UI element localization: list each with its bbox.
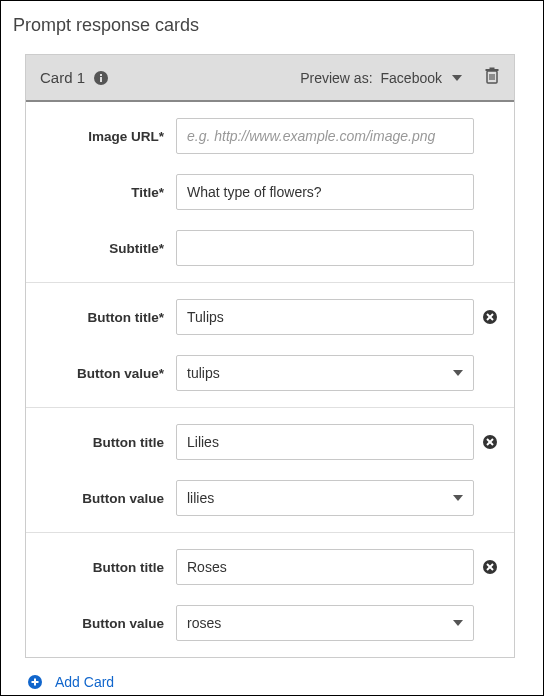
title-label: Title* — [26, 185, 176, 200]
info-icon[interactable] — [93, 70, 109, 86]
remove-button-icon[interactable] — [480, 309, 500, 325]
caret-down-icon — [453, 620, 463, 626]
svg-rect-2 — [100, 74, 102, 76]
add-card-button[interactable]: Add Card — [27, 674, 114, 690]
preview-as-value: Facebook — [381, 70, 442, 86]
button-section-1: Button title Button value lilies — [26, 407, 514, 532]
preview-as-select[interactable]: Facebook — [381, 70, 462, 86]
button-value-select[interactable]: roses — [176, 605, 474, 641]
caret-down-icon — [453, 495, 463, 501]
card-label: Card 1 — [40, 69, 85, 86]
button-title-input[interactable] — [176, 549, 474, 585]
remove-button-icon[interactable] — [480, 434, 500, 450]
button-value-select[interactable]: lilies — [176, 480, 474, 516]
subtitle-label: Subtitle* — [26, 241, 176, 256]
delete-card-button[interactable] — [484, 67, 500, 88]
button-value-label: Button value — [26, 616, 176, 631]
add-card-label: Add Card — [55, 674, 114, 690]
button-value-label: Button value — [26, 491, 176, 506]
svg-rect-5 — [490, 68, 495, 70]
button-value-text: roses — [187, 615, 221, 631]
card-container: Card 1 Preview as: Facebook Image URL* T… — [25, 54, 515, 658]
button-title-input[interactable] — [176, 299, 474, 335]
button-value-text: tulips — [187, 365, 220, 381]
section-basic-info: Image URL* Title* Subtitle* — [26, 102, 514, 282]
caret-down-icon — [452, 75, 462, 81]
button-title-label: Button title — [26, 560, 176, 575]
page-title: Prompt response cards — [11, 15, 533, 36]
button-title-label: Button title — [26, 435, 176, 450]
button-value-select[interactable]: tulips — [176, 355, 474, 391]
card-header: Card 1 Preview as: Facebook — [26, 55, 514, 102]
title-input[interactable] — [176, 174, 474, 210]
button-title-label: Button title* — [26, 310, 176, 325]
caret-down-icon — [453, 370, 463, 376]
button-value-label: Button value* — [26, 366, 176, 381]
button-value-text: lilies — [187, 490, 214, 506]
svg-rect-1 — [100, 77, 102, 82]
image-url-input[interactable] — [176, 118, 474, 154]
button-section-2: Button title Button value roses — [26, 532, 514, 657]
image-url-label: Image URL* — [26, 129, 176, 144]
subtitle-input[interactable] — [176, 230, 474, 266]
plus-circle-icon — [27, 674, 43, 690]
remove-button-icon[interactable] — [480, 559, 500, 575]
button-section-0: Button title* Button value* tulips — [26, 282, 514, 407]
button-title-input[interactable] — [176, 424, 474, 460]
preview-as-label: Preview as: — [300, 70, 372, 86]
